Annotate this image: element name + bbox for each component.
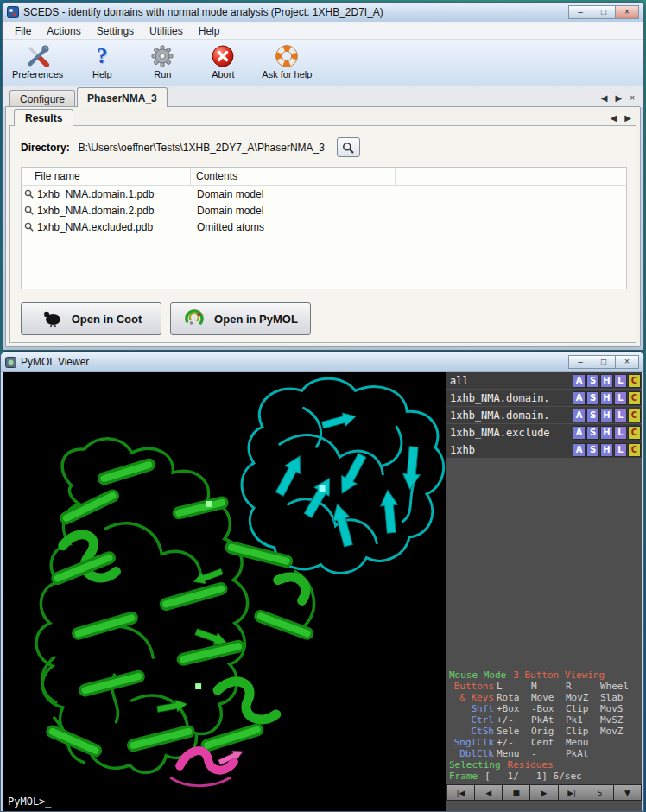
close-button[interactable]: × [615, 5, 639, 19]
run-button[interactable]: Run [141, 42, 184, 79]
actions-button[interactable]: A [573, 391, 586, 405]
maximize-button[interactable]: □ [592, 5, 616, 19]
stop-button[interactable]: ■ [503, 784, 530, 801]
show-button[interactable]: S [586, 443, 599, 457]
sceds-titlebar[interactable]: SCEDS - identify domains with normal mod… [3, 3, 643, 22]
play-backward-button[interactable]: ◀ [475, 784, 503, 801]
tab-close-icon[interactable]: × [630, 93, 635, 103]
ask-for-help-button[interactable]: Ask for help [262, 42, 312, 79]
protein-ribbon-svg [3, 372, 446, 811]
table-row[interactable]: 1xhb_NMA.domain.1.pdb Domain model [22, 186, 626, 202]
label-button[interactable]: L [614, 374, 627, 388]
file-table: File name Contents 1xhb_NMA.domain.1.pdb… [21, 167, 627, 289]
object-row-1xhb[interactable]: 1xhb A S H L C [446, 441, 642, 458]
tab-results[interactable]: Results [14, 109, 73, 126]
browse-directory-button[interactable] [337, 137, 360, 157]
object-row-domain-1[interactable]: 1xhb_NMA.domain. A S H L C [446, 390, 642, 406]
goto-first-frame-button[interactable]: |◀ [446, 784, 475, 801]
actions-button[interactable]: A [573, 374, 586, 388]
scene-button[interactable]: S [586, 784, 614, 801]
show-button[interactable]: S [586, 374, 599, 388]
hide-button[interactable]: H [600, 374, 613, 388]
object-row-all[interactable]: all A S H L C [446, 372, 642, 389]
column-contents[interactable]: Contents [191, 168, 396, 185]
results-tab-nav: ◀ ▶ [602, 113, 640, 126]
label-button[interactable]: L [614, 409, 627, 422]
open-pymol-label: Open in PyMOL [214, 313, 298, 326]
tab-phasernma-3[interactable]: PhaserNMA_3 [77, 87, 168, 107]
actions-button[interactable]: A [573, 426, 586, 440]
color-button[interactable]: C [628, 443, 641, 457]
pymol-window-title: PyMOL Viewer [21, 356, 569, 368]
maximize-button[interactable]: □ [592, 355, 616, 369]
actions-button[interactable]: A [573, 409, 586, 422]
color-button[interactable]: C [628, 426, 641, 440]
play-button[interactable]: ▶ [530, 784, 558, 801]
show-button[interactable]: S [586, 426, 599, 440]
tab-configure[interactable]: Configure [10, 90, 75, 107]
ask-for-help-label: Ask for help [262, 69, 312, 79]
menu-settings[interactable]: Settings [89, 23, 142, 39]
pymol-app-icon [5, 357, 16, 368]
hide-button[interactable]: H [600, 443, 613, 457]
selecting-mode-value[interactable]: Residues [508, 759, 554, 771]
menu-actions[interactable]: Actions [39, 23, 88, 39]
menu-dropdown-button[interactable]: ▼ [614, 784, 642, 801]
hide-button[interactable]: H [600, 426, 613, 440]
column-file-name[interactable]: File name [22, 168, 191, 185]
actions-button[interactable]: A [573, 443, 586, 457]
pymol-client-area: PyMOL>_ all A S H L C 1xhb_NMA.domain. A… [3, 372, 642, 811]
directory-label: Directory: [21, 142, 70, 154]
mouse-mode-value[interactable]: 3-Button Viewing [513, 669, 605, 681]
color-button[interactable]: C [628, 409, 641, 422]
help-label: Help [92, 69, 112, 79]
pymol-titlebar[interactable]: PyMOL Viewer – □ × [1, 352, 643, 372]
menu-file[interactable]: File [7, 23, 39, 39]
menu-utilities[interactable]: Utilities [142, 23, 191, 39]
hide-button[interactable]: H [600, 391, 613, 405]
tab-scroll-left-icon[interactable]: ◀ [601, 93, 608, 103]
hide-button[interactable]: H [600, 409, 613, 422]
table-row[interactable]: 1xhb_NMA.excluded.pdb Omitted atoms [22, 219, 626, 235]
magnifier-icon [24, 222, 37, 232]
results-scroll-right-icon[interactable]: ▶ [624, 113, 631, 123]
show-button[interactable]: S [586, 391, 599, 405]
menu-help[interactable]: Help [191, 23, 228, 39]
object-row-domain-2[interactable]: 1xhb_NMA.domain. A S H L C [446, 407, 642, 423]
magnifier-icon [24, 189, 37, 199]
color-button[interactable]: C [628, 374, 641, 388]
open-in-coot-button[interactable]: Open in Coot [21, 302, 162, 335]
minimize-button[interactable]: – [568, 355, 592, 369]
goto-last-frame-button[interactable]: ▶| [559, 784, 586, 801]
results-scroll-left-icon[interactable]: ◀ [611, 113, 618, 123]
tab-scroll-right-icon[interactable]: ▶ [615, 93, 622, 103]
object-name[interactable]: 1xhb_NMA.domain. [450, 392, 573, 404]
pymol-logo-icon [183, 308, 206, 331]
label-button[interactable]: L [614, 443, 627, 457]
object-name[interactable]: 1xhb_NMA.domain. [450, 409, 573, 422]
project-tab-bar: Configure PhaserNMA_3 ◀ ▶ × [3, 86, 643, 107]
minimize-button[interactable]: – [568, 5, 592, 19]
close-button[interactable]: × [615, 355, 639, 369]
object-name[interactable]: all [450, 375, 573, 387]
label-button[interactable]: L [614, 426, 627, 440]
directory-path[interactable]: B:\Users\oeffner\Tests\1XHB_2DY7_A\Phase… [79, 142, 325, 154]
help-button[interactable]: ? Help [80, 42, 124, 79]
show-button[interactable]: S [586, 409, 599, 422]
tab-nav: ◀ ▶ × [593, 93, 643, 107]
file-contents: Domain model [191, 205, 263, 217]
object-name[interactable]: 1xhb [450, 444, 573, 456]
color-button[interactable]: C [628, 391, 641, 405]
question-icon: ? [97, 42, 108, 69]
mouse-row-buttons: ButtonsLMRWheel [449, 681, 639, 692]
preferences-button[interactable]: Preferences [12, 42, 63, 79]
pymol-3d-viewport[interactable]: PyMOL>_ [3, 372, 446, 811]
label-button[interactable]: L [614, 391, 627, 405]
abort-button[interactable]: Abort [201, 42, 244, 79]
object-name[interactable]: 1xhb_NMA.exclude [450, 427, 573, 439]
open-in-pymol-button[interactable]: Open in PyMOL [170, 302, 311, 335]
table-row[interactable]: 1xhb_NMA.domain.2.pdb Domain model [22, 202, 626, 219]
file-contents: Omitted atoms [191, 221, 264, 233]
pymol-command-prompt[interactable]: PyMOL>_ [8, 796, 52, 808]
object-row-excluded[interactable]: 1xhb_NMA.exclude A S H L C [446, 424, 642, 441]
